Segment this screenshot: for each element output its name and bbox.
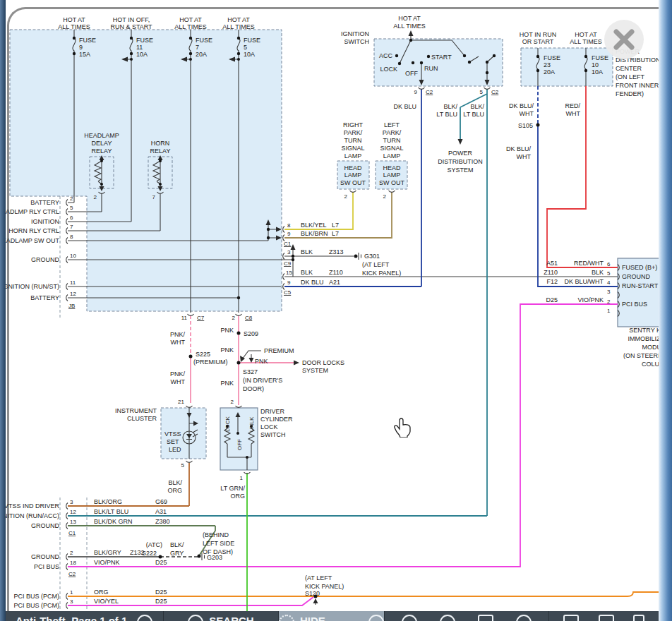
- ground-label: KICK PANEL): [362, 270, 401, 277]
- lamp-box-text: SW OUT: [340, 179, 366, 186]
- module-pin-label: GROUND: [31, 553, 59, 560]
- splice-label: S105: [518, 122, 533, 129]
- window-left-border: [0, 0, 6, 621]
- lamp-caption: PARK/: [344, 129, 363, 136]
- lamp-box-text: HEAD: [344, 164, 362, 171]
- fuse-label: 5: [244, 44, 247, 51]
- wire-color: BLK: [592, 269, 604, 276]
- module-left-top-labels: BATTERY HEADLMP RLY CTRL IGNITION HORN R…: [0, 195, 76, 309]
- relay-pin: 2: [94, 194, 97, 200]
- history-icon[interactable]: [440, 615, 455, 621]
- module-pin-label: GROUND: [31, 256, 59, 263]
- pin-number: 3: [607, 289, 611, 295]
- wire-label: WHT: [520, 110, 534, 117]
- ground-label: G301: [364, 253, 380, 260]
- skim-pin-label: FUSED (B+): [622, 264, 657, 271]
- feed-label: ALL TIMES: [58, 23, 90, 30]
- skim-pin-label: PCI BUS: [622, 301, 647, 308]
- module-pin-label: BATTERY: [30, 199, 59, 206]
- wire-vio-pnk: [68, 304, 618, 567]
- connector-label: C8: [245, 315, 253, 321]
- ignition-switch-title: SWITCH: [344, 38, 370, 45]
- wire-label: PNK: [220, 380, 234, 387]
- ground-label: G203: [207, 554, 222, 561]
- fuse-label: 11: [136, 44, 143, 51]
- wire-label: ORG: [230, 493, 245, 500]
- power-distribution-system: DISTRIBUTION: [438, 158, 483, 165]
- fuse-label: 20A: [196, 51, 207, 58]
- lamp-box-text: HEAD: [383, 164, 401, 171]
- page-info-section[interactable]: Anti-Theft, Page 1 of 1: [6, 611, 164, 621]
- circuit-code: D25: [155, 559, 167, 566]
- pdc-caption-line: (ON LEFT: [616, 73, 645, 80]
- relay-pin: 7: [152, 194, 156, 200]
- share-icon[interactable]: [516, 615, 532, 621]
- undo-icon[interactable]: [368, 615, 384, 621]
- wire-label: WHT: [517, 153, 532, 160]
- pin-number: 12: [70, 291, 76, 297]
- lamp-caption: SIGNAL: [380, 145, 403, 152]
- module-pin-label: HORN RLY CTRL: [8, 227, 59, 234]
- feed-label: HOT AT: [63, 16, 85, 23]
- lamp-box-text: LAMP: [383, 171, 401, 179]
- circuit-code: G69: [155, 498, 167, 505]
- pin-number: 2: [231, 399, 234, 405]
- module-pin-label: HEADLMP RLY CTRL: [0, 208, 59, 215]
- wire-label: GRY: [170, 550, 184, 557]
- wire-color: RED/WHT: [574, 260, 604, 267]
- lock-switch-title: LOCK: [260, 423, 278, 430]
- hide-wires-button[interactable]: HIDE WIRES: [279, 611, 385, 621]
- feed-label: HOT AT: [179, 16, 202, 23]
- pin-number: 15: [286, 270, 292, 276]
- wire-red-wht: [547, 86, 618, 267]
- wire-label: WHT: [171, 378, 186, 385]
- pin-number: 2: [344, 193, 348, 200]
- wire-color: VIO/PNK: [577, 296, 604, 303]
- relay-label: RELAY: [92, 147, 112, 155]
- wire-color: BLK/BRN: [301, 230, 328, 237]
- module-pin-label: PCI BUS: [34, 563, 59, 570]
- lamp-box-text: LAMP: [344, 171, 362, 179]
- switch-position: UNLK: [248, 416, 255, 432]
- save-icon[interactable]: [563, 615, 579, 621]
- circuit-code: Z110: [544, 269, 558, 276]
- fuse-label: 10A: [136, 51, 148, 58]
- print-icon[interactable]: [599, 615, 614, 621]
- module-pin-label: IGNITION (RUN/ACC): [0, 512, 59, 519]
- pin-number: 21: [178, 399, 184, 405]
- feed-label: HOT AT: [227, 16, 250, 23]
- pin-number: 18: [70, 560, 76, 566]
- search-label: SEARCH: [209, 615, 253, 621]
- pin-number: 11: [181, 315, 188, 321]
- search-icon: [188, 615, 203, 621]
- pin-number: 12: [70, 509, 76, 515]
- splice-label: S209: [244, 330, 258, 337]
- page-title: Anti-Theft, Page 1 of 1: [16, 615, 127, 621]
- pin-number: 6: [607, 261, 611, 267]
- compare-icon[interactable]: [478, 615, 493, 621]
- pin-number: 5: [480, 89, 484, 95]
- circuit-code: A21: [329, 279, 340, 286]
- wire-color: BLK/YEL: [301, 222, 327, 229]
- pin-number: 8: [70, 234, 73, 240]
- feed-label: OR START: [522, 38, 554, 45]
- splice-label: S225: [196, 351, 210, 358]
- mobile-icon[interactable]: [633, 615, 644, 621]
- pdc-caption-line: FRONT INNER: [616, 82, 659, 89]
- fuse-label: FUSE: [196, 37, 212, 44]
- wires-icon: [279, 615, 294, 621]
- connector-label: C2: [426, 89, 433, 95]
- close-button[interactable]: [604, 20, 644, 59]
- connector-label: C2: [68, 571, 76, 577]
- zoom-icon[interactable]: [402, 615, 417, 621]
- info-icon[interactable]: [137, 615, 152, 621]
- module-pin-label: GROUND: [31, 522, 59, 529]
- lamp-caption: LEFT: [384, 121, 400, 128]
- pin-number: 10: [70, 253, 76, 259]
- wire-label: DK BLU: [393, 103, 416, 110]
- module-pin-label: BATTERY: [30, 294, 59, 301]
- search-button[interactable]: SEARCH: [164, 611, 279, 621]
- view-tools-section: [385, 611, 549, 621]
- ground-label: (AT LEFT: [362, 261, 390, 268]
- mouse-cursor-hand: [392, 416, 411, 438]
